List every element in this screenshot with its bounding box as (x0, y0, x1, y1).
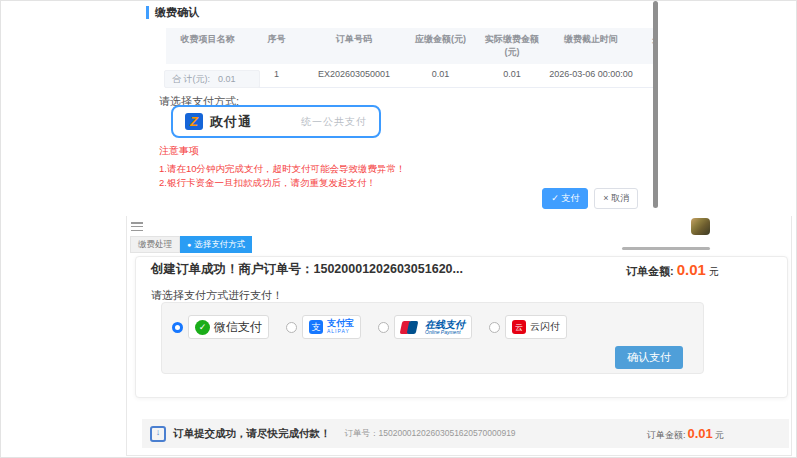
alipay-icon: 支 (309, 320, 323, 334)
action-buttons: ✓ 支付 × 取消 (542, 188, 638, 209)
radio-wechat[interactable] (172, 322, 183, 333)
active-tab-dot-icon: ● (187, 241, 191, 248)
alipay-sublabel: ALIPAY (327, 329, 354, 335)
wechat-pay-icon: ✓ (195, 320, 210, 335)
pay-button[interactable]: ✓ 支付 (542, 188, 588, 209)
note-line-1: 1.请在10分钟内完成支付，超时支付可能会导致缴费异常！ (159, 162, 406, 176)
panel-title-row: 缴费确认 (146, 5, 199, 20)
radio-alipay[interactable] (286, 322, 297, 333)
confirm-pay-button[interactable]: 确认支付 (615, 346, 683, 369)
order-status-footer: ↓ 订单提交成功，请尽快完成付款！ 订单号：150200012026030516… (142, 419, 789, 448)
payment-provider-option[interactable]: Z 政付通 统一公共支付 (171, 105, 381, 138)
select-method-prompt: 请选择支付方式进行支付！ (151, 288, 283, 303)
fee-confirmation-panel: 缴费确认 收费项目名称 序号 订单号码 应缴金额(元) 实际缴费金额(元) 缴费… (134, 1, 660, 212)
order-created-header: 创建订单成功！商户订单号：15020001202603051620... (151, 261, 463, 278)
wechat-label: 微信支付 (214, 319, 262, 336)
alipay-chip[interactable]: 支 支付宝 ALIPAY (302, 315, 361, 339)
online-pay-sublabel: Online Payment (425, 330, 465, 336)
close-icon: × (603, 193, 608, 203)
cell-order-no: EX202603050001 (304, 64, 404, 87)
option-alipay[interactable]: 支 支付宝 ALIPAY (286, 315, 361, 339)
radio-yunshanfu[interactable] (489, 322, 500, 333)
horizontal-scrollbar-thumb[interactable] (622, 247, 710, 250)
table-header-row: 收费项目名称 序号 订单号码 应缴金额(元) 实际缴费金额(元) 缴费截止时间 … (166, 28, 653, 64)
cell-paid-status (635, 64, 653, 87)
payment-options-row: ✓ 微信支付 支 支付宝 ALIPAY (172, 315, 567, 339)
radio-unionpay-online[interactable] (378, 322, 389, 333)
tab-bar: 缴费处理 ● 选择支付方式 (130, 236, 252, 253)
total-amount-box: 合 计(元): 0.01 (164, 70, 260, 88)
yunshanfu-chip[interactable]: 云 云闪付 (505, 315, 567, 339)
order-amount-value: 0.01 (677, 261, 706, 278)
order-amount-unit: 元 (709, 265, 719, 279)
col-header-order-no: 订单号码 (304, 28, 404, 64)
title-accent-bar (146, 6, 149, 19)
footer-message: 订单提交成功，请尽快完成付款！ (173, 427, 331, 441)
col-header-item-name: 收费项目名称 (166, 28, 249, 64)
footer-order-number: 订单号：15020001202603051620570000919 (345, 428, 516, 440)
option-unionpay-online[interactable]: 在线支付 Online Payment (378, 315, 472, 339)
total-value: 0.01 (218, 74, 236, 84)
payment-methods-box: ✓ 微信支付 支 支付宝 ALIPAY (161, 302, 704, 374)
zhifutong-logo-icon: Z (185, 113, 203, 130)
order-amount: 订单金额: 0.01 元 (626, 261, 719, 279)
col-header-amount-paid: 实际缴费金额(元) (477, 28, 547, 64)
yunshanfu-icon: 云 (512, 320, 526, 334)
provider-tagline: 统一公共支付 (301, 115, 367, 129)
col-header-index: 序号 (249, 28, 304, 64)
cancel-button[interactable]: × 取消 (594, 188, 638, 209)
notes-title: 注意事项 (159, 144, 406, 158)
provider-name: 政付通 (210, 113, 252, 131)
tab-fee-processing[interactable]: 缴费处理 (130, 236, 180, 253)
col-header-paid-status: 是否缴费 (635, 28, 653, 64)
col-header-amount-due: 应缴金额(元) (404, 28, 477, 64)
col-header-deadline: 缴费截止时间 (547, 28, 635, 64)
option-yunshanfu[interactable]: 云 云闪付 (489, 315, 567, 339)
vertical-scrollbar-thumb[interactable] (653, 1, 658, 208)
page-title: 缴费确认 (155, 5, 199, 20)
yunshanfu-label: 云闪付 (530, 320, 560, 334)
cell-deadline: 2026-03-06 00:00:00 (547, 64, 635, 87)
cell-amount-due: 0.01 (404, 64, 477, 87)
payment-page-panel: 缴费处理 ● 选择支付方式 创建订单成功！商户订单号：1502000120260… (126, 216, 792, 456)
tab-select-payment-method[interactable]: ● 选择支付方式 (180, 236, 252, 253)
footer-amount: 订单金额: 0.01 元 (647, 426, 724, 442)
option-wechat-pay[interactable]: ✓ 微信支付 (172, 315, 269, 339)
check-icon: ✓ (551, 193, 559, 203)
note-line-2: 2.银行卡资金一旦扣款成功后，请勿重复发起支付！ (159, 176, 406, 190)
menu-icon[interactable] (131, 222, 143, 231)
page: 缴费确认 收费项目名称 序号 订单号码 应缴金额(元) 实际缴费金额(元) 缴费… (0, 0, 797, 458)
wechat-chip[interactable]: ✓ 微信支付 (188, 315, 269, 339)
order-card: 创建订单成功！商户订单号：15020001202603051620... 订单金… (135, 256, 788, 398)
total-label: 合 计(元): (172, 73, 210, 86)
order-amount-label: 订单金额: (626, 264, 674, 279)
cell-amount-paid: 0.01 (477, 64, 547, 87)
unionpay-logo-icon (401, 321, 421, 334)
receipt-icon: ↓ (150, 426, 166, 442)
avatar[interactable] (691, 218, 710, 235)
unionpay-online-chip[interactable]: 在线支付 Online Payment (394, 315, 472, 339)
notes-block: 注意事项 1.请在10分钟内完成支付，超时支付可能会导致缴费异常！ 2.银行卡资… (159, 144, 406, 190)
